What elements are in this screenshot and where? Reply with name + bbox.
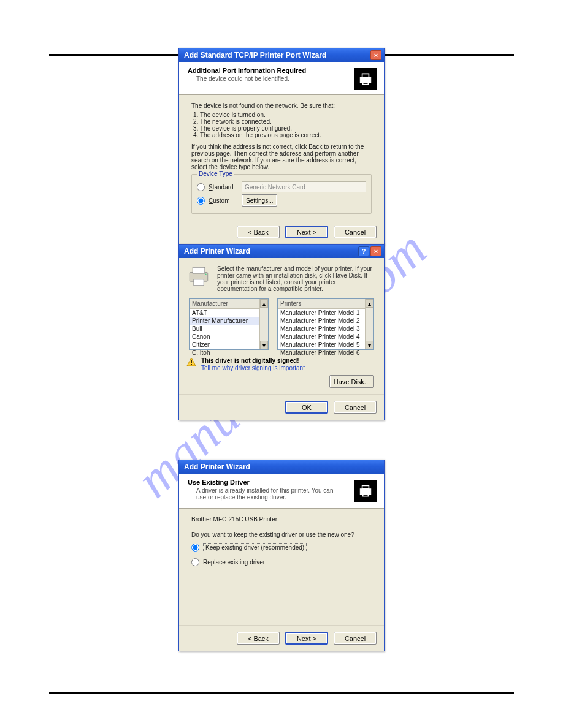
dialog3-question: Do you want to keep the existing driver … <box>191 531 372 538</box>
list-item[interactable]: Citizen <box>190 341 268 349</box>
svg-point-4 <box>205 274 206 275</box>
standard-combo[interactable]: Generic Network Card <box>242 181 366 192</box>
page-bottom-rule <box>49 692 514 694</box>
back-button[interactable]: < Back <box>237 632 280 645</box>
dialog3-title: Add Printer Wizard <box>184 463 250 471</box>
dialog2-button-row: OK Cancel <box>179 394 384 420</box>
list-item[interactable]: Manufacturer Printer Model 3 <box>278 325 373 333</box>
cancel-button[interactable]: Cancel <box>334 226 377 238</box>
list-item[interactable]: Manufacturer Printer Model 4 <box>278 333 373 341</box>
dialog3-printer-name: Brother MFC-215C USB Printer <box>191 516 372 523</box>
list-item[interactable]: Printer Manufacturer <box>190 317 268 325</box>
svg-rect-5 <box>191 360 192 363</box>
titlebar-1: Add Standard TCP/IP Printer Port Wizard … <box>179 48 384 62</box>
driver-signing-text: This driver is not digitally signed! Tel… <box>201 357 305 371</box>
step-item: The device is properly configured. <box>200 125 372 132</box>
list-item[interactable]: Manufacturer Printer Model 1 <box>278 309 373 317</box>
dialog1-button-row: < Back Next > Cancel <box>179 219 384 245</box>
have-disk-button[interactable]: Have Disk... <box>329 375 374 388</box>
radio-replace-label: Replace existing driver <box>203 559 265 566</box>
dialog-add-printer-select: Add Printer Wizard ? × Select the manufa… <box>178 244 385 420</box>
dialog-use-existing-driver: Add Printer Wizard Use Existing Driver A… <box>178 460 385 651</box>
radio-standard-label: Standard <box>209 184 238 191</box>
dialog1-subheading: The device could not be identified. <box>188 75 341 82</box>
printer-icon <box>186 265 211 287</box>
step-item: The address on the previous page is corr… <box>200 132 372 138</box>
radio-replace-driver[interactable] <box>191 558 199 566</box>
manufacturer-header: Manufacturer <box>190 299 268 309</box>
radio-custom[interactable] <box>197 197 205 205</box>
dialog1-notfound-text: The device is not found on the network. … <box>191 102 372 109</box>
back-button[interactable]: < Back <box>237 226 280 238</box>
list-item[interactable]: AT&T <box>190 309 268 317</box>
dialog3-subheading: A driver is already installed for this p… <box>188 487 341 501</box>
printer-port-icon <box>354 68 377 90</box>
titlebar-2: Add Printer Wizard ? × <box>179 245 384 258</box>
dialog3-button-row: < Back Next > Cancel <box>179 625 384 651</box>
wizard-header-1: Additional Port Information Required The… <box>179 62 384 95</box>
wizard-header-3: Use Existing Driver A driver is already … <box>179 474 384 509</box>
warning-icon <box>186 357 196 367</box>
cancel-button[interactable]: Cancel <box>334 632 377 645</box>
list-item[interactable]: C. Itoh <box>190 349 268 357</box>
scrollbar[interactable]: ▴ ▾ <box>259 299 268 349</box>
settings-button[interactable]: Settings... <box>242 194 277 207</box>
dialog3-body: Brother MFC-215C USB Printer Do you want… <box>179 509 384 625</box>
close-icon[interactable]: × <box>370 50 381 60</box>
driver-signing-link[interactable]: Tell me why driver signing is important <box>201 365 305 371</box>
list-item[interactable]: Manufacturer Printer Model 5 <box>278 341 373 349</box>
scroll-down-icon[interactable]: ▾ <box>260 341 268 349</box>
radio-custom-label: Custom <box>209 197 238 204</box>
step-item: The network is connected. <box>200 118 372 125</box>
list-item[interactable]: Bull <box>190 325 268 333</box>
printer-icon <box>354 480 377 502</box>
radio-standard[interactable] <box>197 183 205 191</box>
dialog2-description: Select the manufacturer and model of you… <box>217 265 374 292</box>
dialog1-heading: Additional Port Information Required <box>188 67 378 74</box>
next-button[interactable]: Next > <box>285 226 328 238</box>
dialog2-title: Add Printer Wizard <box>184 247 250 256</box>
ok-button[interactable]: OK <box>285 401 328 414</box>
driver-signing-bold: This driver is not digitally signed! <box>201 357 305 364</box>
manufacturer-listbox[interactable]: Manufacturer AT&T Printer Manufacturer B… <box>189 298 269 350</box>
dialog-tcpip-port: Add Standard TCP/IP Printer Port Wizard … <box>178 48 385 245</box>
next-button[interactable]: Next > <box>285 632 328 645</box>
cancel-button[interactable]: Cancel <box>334 401 377 414</box>
svg-rect-3 <box>194 279 204 286</box>
titlebar-3: Add Printer Wizard <box>179 460 384 474</box>
radio-keep-label: Keep existing driver (recommended) <box>203 543 307 552</box>
radio-keep-driver[interactable] <box>191 544 199 552</box>
scroll-up-icon[interactable]: ▴ <box>366 299 373 308</box>
dialog1-note: If you think the address is not correct,… <box>191 143 372 170</box>
svg-rect-6 <box>191 364 192 365</box>
scroll-up-icon[interactable]: ▴ <box>260 299 268 308</box>
svg-rect-2 <box>193 267 205 273</box>
close-icon[interactable]: × <box>370 246 381 256</box>
dialog1-title: Add Standard TCP/IP Printer Port Wizard <box>184 51 326 59</box>
device-type-legend: Device Type <box>197 170 234 177</box>
scroll-down-icon[interactable]: ▾ <box>366 341 373 349</box>
device-type-group: Device Type Standard Generic Network Car… <box>191 174 372 214</box>
list-item[interactable]: Manufacturer Printer Model 6 <box>278 349 373 357</box>
list-item[interactable]: Manufacturer Printer Model 2 <box>278 317 373 325</box>
dialog1-steps: The device is turned on. The network is … <box>200 112 372 138</box>
printers-listbox[interactable]: Printers Manufacturer Printer Model 1 Ma… <box>277 298 374 350</box>
dialog3-heading: Use Existing Driver <box>188 479 378 486</box>
printers-header: Printers <box>278 299 373 309</box>
dialog2-header-row: Select the manufacturer and model of you… <box>179 258 384 298</box>
help-icon[interactable]: ? <box>358 246 369 256</box>
scrollbar[interactable]: ▴ ▾ <box>365 299 373 349</box>
list-item[interactable]: Canon <box>190 333 268 341</box>
dialog1-body: The device is not found on the network. … <box>179 95 384 219</box>
step-item: The device is turned on. <box>200 112 372 118</box>
